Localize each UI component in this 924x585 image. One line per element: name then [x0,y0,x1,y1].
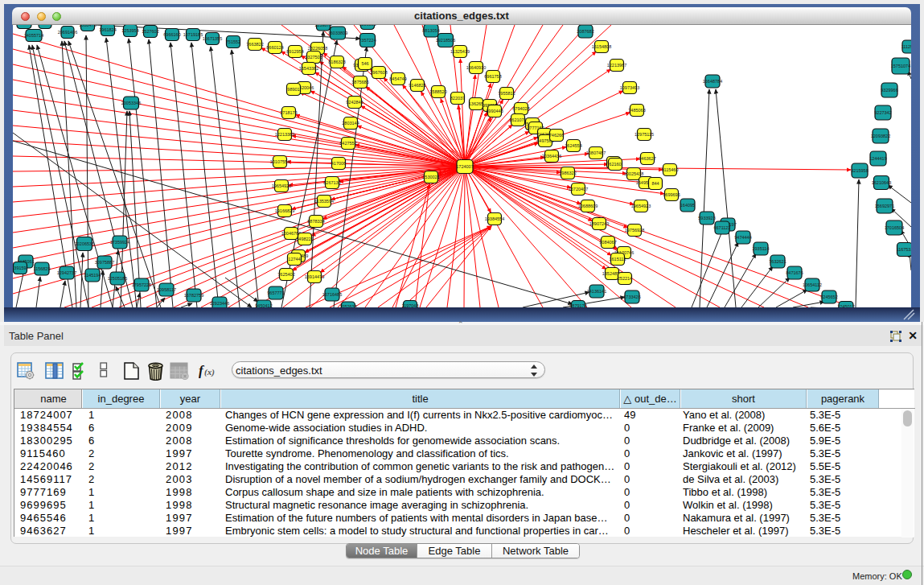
svg-text:12942737: 12942737 [57,270,76,275]
svg-text:9699695: 9699695 [663,192,680,197]
svg-text:1527602: 1527602 [142,29,158,34]
svg-text:20206535: 20206535 [75,241,94,246]
svg-text:9327503: 9327503 [305,55,322,60]
svg-text:8990443: 8990443 [486,109,503,113]
svg-text:16210643: 16210643 [872,180,891,185]
svg-text:1724007: 1724007 [456,164,473,169]
svg-text:9329966: 9329966 [881,88,897,93]
svg-text:6879173: 6879173 [569,303,586,307]
svg-text:6671122: 6671122 [713,225,730,230]
svg-text:2803144: 2803144 [342,121,359,126]
svg-text:1621072: 1621072 [509,117,526,122]
svg-text:3875685: 3875685 [351,80,368,84]
svg-text:9115460: 9115460 [661,167,678,172]
svg-text:9474444: 9474444 [734,235,751,240]
svg-text:1253954: 1253954 [121,28,138,33]
svg-text:1615112: 1615112 [609,257,626,262]
svg-text:23226058: 23226058 [308,46,327,51]
svg-text:16640910: 16640910 [466,65,486,70]
svg-text:746266: 746266 [549,133,564,138]
svg-text:12093822: 12093822 [871,134,890,138]
svg-text:16914479: 16914479 [305,274,324,279]
svg-text:1167533: 1167533 [896,247,911,252]
svg-text:10973493: 10973493 [620,85,639,90]
svg-text:14136141: 14136141 [587,289,606,294]
svg-text:15720407: 15720407 [569,187,588,192]
svg-text:12975115: 12975115 [634,132,654,137]
svg-text:3498222: 3498222 [296,237,313,241]
svg-text:1245012: 1245012 [837,304,854,307]
svg-text:19166829: 19166829 [275,208,294,213]
svg-text:8912954: 8912954 [286,49,303,54]
svg-text:1239874: 1239874 [314,25,331,27]
svg-text:7955812: 7955812 [498,91,515,96]
svg-text:8427552: 8427552 [339,141,356,146]
svg-text:10107554: 10107554 [270,159,290,164]
svg-text:1088475: 1088475 [79,25,96,27]
svg-text:19384554: 19384554 [485,216,504,221]
svg-text:1244419: 1244419 [869,156,886,161]
svg-text:17016504: 17016504 [885,225,904,230]
svg-text:20364436: 20364436 [542,154,561,159]
svg-text:14055714: 14055714 [24,33,43,38]
svg-text:9450412: 9450412 [255,303,272,307]
svg-text:8660124: 8660124 [266,45,283,50]
svg-text:12213389: 12213389 [275,132,294,137]
svg-text:8454749: 8454749 [389,76,406,81]
svg-text:8878334: 8878334 [307,219,324,224]
svg-text:15716485: 15716485 [322,292,342,297]
svg-text:844: 844 [651,181,659,186]
svg-text:10654112: 10654112 [803,282,822,287]
svg-text:8813054: 8813054 [422,28,439,33]
svg-text:30975887: 30975887 [95,260,114,265]
svg-text:19654925: 19654925 [272,183,291,188]
svg-text:822037: 822037 [450,96,465,101]
svg-text:20053346: 20053346 [121,101,141,105]
svg-text:12923446: 12923446 [210,301,229,306]
svg-text:16033809: 16033809 [328,31,347,35]
svg-text:1588520: 1588520 [429,89,446,94]
svg-text:1197043: 1197043 [401,303,418,307]
svg-text:164095: 164095 [680,203,695,208]
svg-text:7632621: 7632621 [769,259,786,264]
svg-text:15751074: 15751074 [891,64,910,68]
svg-text:10807487: 10807487 [586,150,606,155]
svg-text:9242845: 9242845 [346,100,363,105]
svg-text:5933923: 5933923 [698,216,715,220]
svg-text:6961758: 6961758 [484,74,501,79]
svg-text:8471676: 8471676 [786,270,803,275]
svg-text:11353594: 11353594 [314,199,334,204]
svg-text:1961824: 1961824 [99,27,116,32]
svg-text:3215958: 3215958 [851,168,868,173]
svg-text:2935114: 2935114 [752,246,769,251]
svg-text:8267130: 8267130 [323,180,340,185]
svg-text:546: 546 [361,61,368,66]
svg-text:16648784: 16648784 [703,79,722,84]
svg-text:10719185: 10719185 [183,32,203,37]
svg-text:62160: 62160 [609,162,621,167]
svg-text:9156351: 9156351 [359,25,376,27]
svg-text:1145194: 1145194 [84,273,101,278]
svg-text:1733426: 1733426 [623,295,640,299]
svg-text:7663822: 7663822 [246,42,263,47]
svg-text:98901: 98901 [287,87,299,92]
svg-text:16671355: 16671355 [203,36,222,41]
svg-text:19654923: 19654923 [631,204,651,208]
svg-text:10025438: 10025438 [624,171,643,176]
svg-text:9657771: 9657771 [267,290,284,295]
svg-text:1052633: 1052633 [339,304,356,307]
svg-text:12213967: 12213967 [607,63,626,68]
svg-text:17957225: 17957225 [132,282,151,287]
svg-text:11325419: 11325419 [450,49,470,54]
svg-text:9084067: 9084067 [599,240,616,245]
svg-text:20691406: 20691406 [58,30,77,35]
svg-text:6794028: 6794028 [512,106,529,111]
svg-text:16154808: 16154808 [592,44,611,49]
svg-text:3624554: 3624554 [565,143,581,148]
svg-text:7485063: 7485063 [628,108,645,113]
svg-text:10688609: 10688609 [578,204,598,208]
svg-text:2087682: 2087682 [577,29,593,34]
svg-text:6966160: 6966160 [163,32,180,37]
svg-text:(x): (x) [204,367,215,377]
svg-text:252214: 252214 [618,276,632,281]
